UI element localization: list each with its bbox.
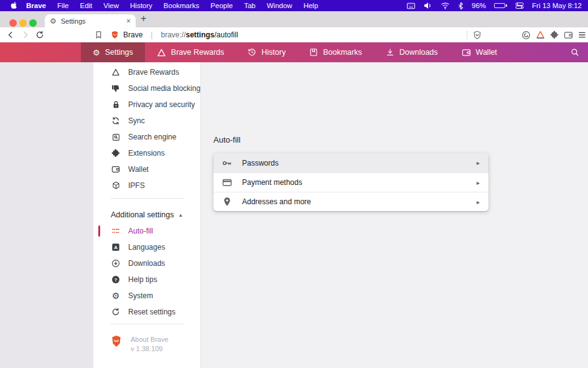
sidebar-divider — [111, 198, 184, 199]
search-box-icon — [111, 132, 121, 142]
help-icon: ? — [111, 275, 121, 285]
browser-menu-icon[interactable] — [578, 30, 586, 40]
menu-history[interactable]: History — [124, 2, 158, 9]
sidebar-item-languages[interactable]: A Languages — [93, 239, 200, 255]
left-gutter — [0, 62, 93, 368]
menu-tab[interactable]: Tab — [238, 2, 261, 9]
wifi-icon[interactable] — [441, 2, 450, 9]
row-addresses-and-more[interactable]: Addresses and more ▸ — [213, 192, 488, 211]
chevron-right-icon: ▸ — [477, 159, 480, 166]
autofill-card: Passwords ▸ Payment methods ▸ Addresses … — [213, 153, 488, 211]
nav-tab-settings[interactable]: ⚙ Settings — [81, 42, 145, 62]
nav-tab-wallet[interactable]: Wallet — [450, 42, 509, 62]
chevron-right-icon: ▸ — [477, 179, 480, 186]
keyboard-icon[interactable] — [406, 2, 416, 10]
row-passwords[interactable]: Passwords ▸ — [213, 153, 488, 172]
brave-shield-favicon — [111, 31, 119, 39]
window-minimize-button[interactable] — [19, 19, 27, 27]
sidebar-item-reset-settings[interactable]: Reset settings — [93, 304, 200, 320]
bookmark-icon[interactable] — [95, 30, 103, 40]
menu-view[interactable]: View — [98, 2, 124, 9]
nav-label: Downloads — [399, 48, 438, 57]
menu-edit[interactable]: Edit — [75, 2, 98, 9]
nav-tab-brave-rewards[interactable]: Brave Rewards — [145, 42, 236, 62]
volume-icon[interactable] — [424, 2, 432, 9]
sidebar-item-wallet[interactable]: Wallet — [93, 161, 200, 177]
menu-people[interactable]: People — [205, 2, 238, 9]
svg-text:?: ? — [114, 277, 118, 283]
apple-menu-icon[interactable] — [6, 2, 21, 10]
battery-percent: 96% — [472, 2, 486, 9]
download-circle-icon — [111, 258, 121, 268]
menu-help[interactable]: Help — [298, 2, 324, 9]
sidebar-item-help-tips[interactable]: ? Help tips — [93, 271, 200, 288]
rewards-triangle-icon — [157, 49, 166, 57]
forward-button[interactable] — [21, 30, 30, 40]
wallet-icon — [462, 49, 471, 57]
new-tab-button[interactable]: + — [141, 13, 146, 24]
nav-label: Brave Rewards — [171, 48, 224, 57]
menu-app-name[interactable]: Brave — [21, 2, 52, 9]
sidebar-toggle-icon[interactable] — [521, 30, 531, 40]
menu-window[interactable]: Window — [261, 2, 298, 9]
puzzle-icon — [111, 148, 121, 158]
sidebar-item-auto-fill[interactable]: Auto-fill — [93, 223, 200, 239]
about-brave-label[interactable]: About Brave — [131, 336, 169, 343]
control-center-icon[interactable] — [515, 2, 524, 9]
svg-text:A: A — [114, 245, 118, 250]
reload-button[interactable] — [35, 30, 44, 40]
window-zoom-button[interactable] — [29, 19, 37, 27]
cube-icon — [111, 181, 121, 191]
autofill-list-icon — [111, 226, 121, 236]
menubar-clock[interactable]: Fri 13 May 8:12 — [532, 2, 582, 9]
sidebar-item-privacy-and-security[interactable]: Privacy and security — [93, 97, 200, 113]
tab-close-icon[interactable]: × — [126, 17, 131, 25]
wallet-toolbar-icon[interactable] — [564, 30, 573, 40]
sidebar-item-search-engine[interactable]: Search engine — [93, 129, 200, 145]
nav-tab-bookmarks[interactable]: Bookmarks — [297, 42, 374, 62]
tab-settings[interactable]: ⚙ Settings × — [45, 14, 136, 27]
sidebar-item-sync[interactable]: Sync — [93, 113, 200, 129]
sidebar-item-downloads[interactable]: Downloads — [93, 255, 200, 271]
sidebar-item-extensions[interactable]: Extensions — [93, 145, 200, 161]
tab-title: Settings — [61, 17, 122, 25]
additional-settings-header[interactable]: Additional settings ▴ — [93, 207, 200, 223]
back-button[interactable] — [6, 30, 15, 40]
extensions-puzzle-icon[interactable] — [550, 30, 559, 40]
menu-file[interactable]: File — [52, 2, 75, 9]
nav-tab-history[interactable]: History — [236, 42, 297, 62]
triangle-icon — [111, 67, 121, 77]
nav-label: Wallet — [476, 48, 497, 57]
menu-bookmarks[interactable]: Bookmarks — [158, 2, 205, 9]
brave-logo-icon — [111, 335, 122, 347]
version-label: v 1.38.109 — [131, 345, 162, 352]
url-text[interactable]: brave://settings/autofill — [161, 31, 238, 39]
sidebar-item-brave-rewards[interactable]: Brave Rewards — [93, 64, 200, 80]
nav-tab-downloads[interactable]: Downloads — [374, 42, 450, 62]
reset-icon — [111, 307, 121, 317]
shields-icon[interactable] — [473, 30, 482, 40]
address-bar[interactable]: Brave | brave://settings/autofill — [111, 30, 238, 40]
bookmarks-book-icon — [309, 48, 318, 57]
brave-rewards-triangle-icon[interactable] — [536, 30, 545, 40]
sidebar-item-social-media-blocking[interactable]: Social media blocking — [93, 80, 200, 97]
key-icon — [222, 158, 232, 168]
toolbar-divider — [467, 31, 467, 39]
translate-icon: A — [111, 242, 121, 252]
battery-icon[interactable] — [494, 3, 507, 8]
wallet-icon — [111, 164, 121, 174]
download-icon — [386, 48, 394, 57]
page-title: Auto-fill — [213, 135, 240, 144]
window-close-button[interactable] — [9, 19, 17, 27]
settings-search-icon[interactable] — [571, 48, 579, 57]
sidebar-item-system[interactable]: ⚙ System — [93, 288, 200, 304]
sidebar-item-ipfs[interactable]: IPFS — [93, 177, 200, 194]
collapse-caret-icon[interactable]: ▴ — [179, 212, 182, 218]
url-host: settings — [186, 31, 215, 39]
url-path: /autofill — [215, 31, 238, 39]
row-payment-methods[interactable]: Payment methods ▸ — [213, 172, 488, 192]
credit-card-icon — [222, 177, 232, 187]
nav-label: Settings — [105, 48, 133, 57]
about-brave[interactable]: About Brave v 1.38.109 — [111, 335, 169, 354]
bluetooth-icon[interactable] — [458, 2, 464, 10]
